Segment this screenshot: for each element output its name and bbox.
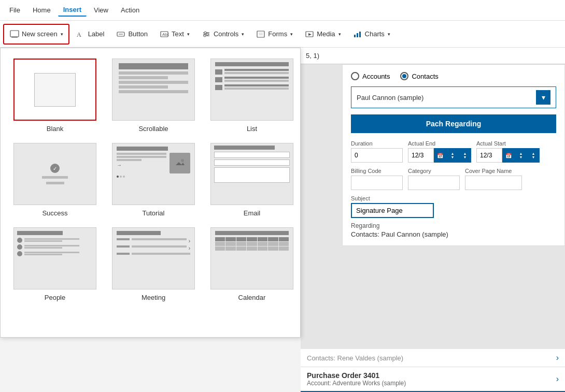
actual-end-up-btn[interactable]: ▲▼ [446,148,459,163]
actual-start-calendar-btn[interactable]: 📅 [502,148,515,163]
cal-cell13 [268,242,278,246]
screen-label-blank: Blank [47,125,64,133]
purchase-order-arrow[interactable]: › [556,374,559,384]
cover-page-field-group: Cover Page Name [465,168,522,190]
people-preview [14,228,96,289]
list-line2 [224,80,289,82]
list-line-dark2 [224,77,289,79]
actual-end-calendar-btn[interactable]: 📅 [434,148,446,163]
actual-start-field-group: Actual Start 📅 ▲▼ ▲▼ [476,140,540,163]
list-row3 [215,84,289,91]
screen-item-blank[interactable]: Blank [11,59,99,133]
email-preview [211,143,293,205]
menu-home[interactable]: Home [27,4,56,16]
radio-accounts-label: Accounts [362,72,390,80]
radio-contacts-item[interactable]: Contacts [400,72,438,80]
category-input[interactable] [408,176,460,190]
media-button[interactable]: Media ▾ [299,24,346,45]
svg-point-10 [204,32,206,34]
meeting-row3 [117,253,190,255]
new-screen-dropdown: Blank Scrollable [0,48,301,338]
actual-end-input[interactable] [408,148,434,163]
email-box2 [214,159,290,166]
screen-item-tutorial[interactable]: → Tutorial [109,143,197,217]
actual-end-down-btn[interactable]: ▲▼ [459,148,471,163]
label-icon: A [76,29,86,39]
actual-start-input[interactable] [476,148,502,163]
radio-accounts-item[interactable]: Accounts [351,72,390,80]
t-line [119,71,188,75]
regarding-section: Regarding Contacts: Paul Cannon (sample) [351,222,556,238]
duration-input[interactable] [351,148,403,163]
billing-code-input[interactable] [351,176,403,190]
actual-start-input-row: 📅 ▲▼ ▲▼ [476,148,540,163]
main-area: Blank Scrollable [0,48,565,392]
cal-cell10 [236,242,246,246]
menu-view[interactable]: View [89,4,114,16]
text-button[interactable]: Abc Text ▾ [154,24,195,45]
success-line2 [46,182,64,184]
pline3 [24,245,79,246]
patch-regarding-button[interactable]: Pach Regarding [351,114,556,133]
svg-rect-19 [357,33,358,37]
meeting-arr1: › [189,238,190,244]
contact-dropdown[interactable]: Paul Cannon (sample) ▾ [351,86,556,108]
list-line-dark1 [224,69,289,71]
menu-action[interactable]: Action [116,4,145,16]
screen-item-scrollable[interactable]: Scrollable [109,59,197,133]
cal-cell20 [268,246,278,251]
signature-page-input[interactable]: Signature Page [351,203,434,218]
cover-page-label: Cover Page Name [465,168,522,174]
list-row1 [215,69,289,75]
list-item-rene-arrow[interactable]: › [556,353,559,362]
people-avatar3 [17,251,22,256]
meeting-label1 [117,238,130,240]
charts-button[interactable]: Charts ▾ [347,24,396,45]
cal-cell6 [268,237,278,241]
list-item-purchase[interactable]: Purchase Order 3401 Account: Adventure W… [301,367,565,392]
controls-label: Controls [214,30,238,38]
controls-button[interactable]: Controls ▾ [196,24,249,45]
fields-row-2: Billing Code Category Cover Page Name [351,168,556,190]
t-line-short [119,76,168,79]
list-preview [211,59,293,120]
screen-thumb-blank [13,59,96,121]
actual-start-up-btn[interactable]: ▲▼ [515,148,527,163]
forms-button[interactable]: Forms ▾ [250,24,298,45]
success-line1 [42,176,68,179]
radio-row: Accounts Contacts [351,72,556,80]
screen-item-people[interactable]: People [11,227,99,301]
screen-item-success[interactable]: ✓ Success [11,143,99,217]
menu-insert[interactable]: Insert [58,4,87,17]
cover-page-input[interactable] [465,176,522,190]
dropdown-chevron-button[interactable]: ▾ [536,90,550,105]
actual-start-label: Actual Start [476,140,540,147]
tutorial-line3 [117,159,142,161]
cal-cell18 [247,246,257,251]
cal-cell7 [279,237,289,241]
dropdown-value: Paul Cannon (sample) [357,94,423,101]
controls-chevron: ▾ [242,32,244,37]
billing-code-label: Billing Code [351,168,403,174]
button-button[interactable]: Button [110,24,153,45]
list-img2 [215,77,222,82]
screen-item-calendar[interactable]: Calendar [208,227,296,301]
ribbon: New screen ▾ A Label Button Abc Text ▾ C… [0,21,565,48]
radio-contacts-circle [400,72,408,80]
cal-cell2 [225,237,235,241]
people-lines3 [24,252,93,256]
success-circle: ✓ [50,164,60,173]
screen-item-email[interactable]: Email [208,143,296,217]
screen-item-meeting[interactable]: › › Meeting [109,227,197,301]
cal-cell21 [279,246,289,251]
screen-item-list[interactable]: List [208,59,296,133]
menu-file[interactable]: File [4,4,25,16]
label-button[interactable]: A Label [70,24,110,45]
people-row1 [17,238,93,243]
meeting-label3 [117,253,130,255]
forms-label: Forms [268,30,287,38]
media-label: Media [317,30,335,38]
actual-start-down-btn[interactable]: ▲▼ [527,148,540,163]
new-screen-button[interactable]: New screen ▾ [3,24,69,45]
calendar-header [215,231,289,235]
